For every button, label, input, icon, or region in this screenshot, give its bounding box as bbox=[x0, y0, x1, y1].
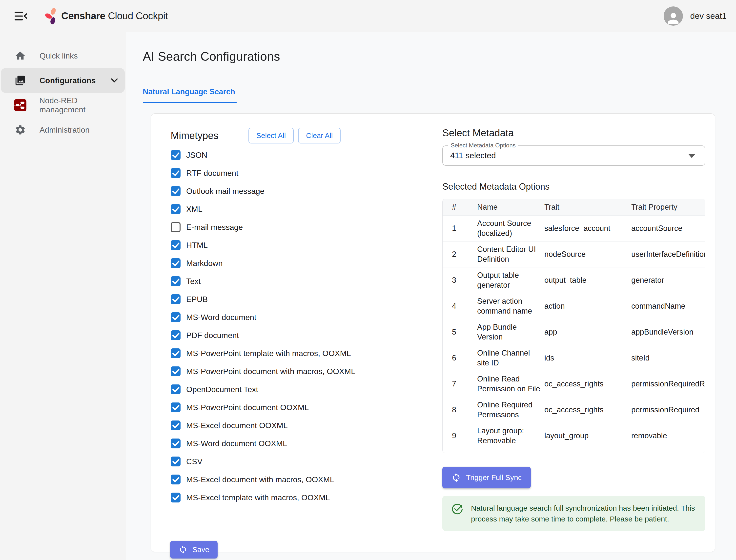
mimetype-row: HTML bbox=[171, 240, 442, 250]
sidebar-item-node-red-management[interactable]: Node-RED management bbox=[1, 93, 125, 118]
tab-natural-language-search[interactable]: Natural Language Search bbox=[143, 87, 236, 103]
cell-prop: permissionRequired bbox=[631, 397, 705, 423]
checkbox[interactable] bbox=[171, 439, 181, 448]
cell-name: Online Channel site ID bbox=[477, 345, 544, 371]
checkbox[interactable] bbox=[171, 457, 181, 466]
cell-trait: action bbox=[544, 293, 631, 319]
checkbox-label: Outlook mail message bbox=[186, 187, 265, 196]
chevron-down-icon bbox=[111, 78, 118, 83]
trigger-full-sync-button[interactable]: Trigger Full Sync bbox=[442, 467, 531, 488]
censhare-logo-mark bbox=[45, 7, 58, 25]
checkbox-label: MS-PowerPoint template with macros, OOXM… bbox=[186, 349, 351, 358]
metadata-select-value: 411 selected bbox=[450, 151, 496, 160]
cell-name: Online Read Permission on File bbox=[477, 371, 544, 397]
checkbox[interactable] bbox=[171, 258, 181, 268]
cell-trait: oc_access_rights bbox=[544, 397, 631, 423]
checkbox[interactable] bbox=[171, 150, 181, 160]
checkbox[interactable] bbox=[171, 240, 181, 250]
cell-trait: app bbox=[544, 319, 631, 345]
checkbox[interactable] bbox=[171, 493, 181, 502]
app-header: Censhare Cloud Cockpit dev seat1 bbox=[0, 0, 736, 32]
cell-name: Server action command name bbox=[477, 293, 544, 319]
checkbox[interactable] bbox=[171, 384, 181, 394]
metadata-select[interactable]: Select Metadata Options 411 selected bbox=[442, 145, 705, 166]
cell-num: 6 bbox=[443, 345, 477, 371]
checkbox[interactable] bbox=[171, 366, 181, 376]
avatar bbox=[664, 6, 683, 26]
cell-name: Online Required Permissions bbox=[477, 397, 544, 423]
checkbox[interactable] bbox=[171, 168, 181, 178]
home-icon bbox=[13, 50, 27, 61]
table-header-row: # Name Trait Trait Property bbox=[443, 199, 705, 216]
sidebar-item-label: Configurations bbox=[40, 76, 96, 85]
checkbox-label: E-mail message bbox=[186, 223, 243, 232]
metadata-section: Select Metadata Select Metadata Options … bbox=[442, 127, 705, 552]
checkbox[interactable] bbox=[171, 475, 181, 484]
checkbox[interactable] bbox=[171, 312, 181, 322]
checkbox[interactable] bbox=[171, 186, 181, 196]
mimetype-row: MS-Excel template with macros, OOXML bbox=[171, 493, 442, 502]
checkbox-label: PDF document bbox=[186, 331, 239, 340]
checkbox-label: MS-PowerPoint document OOXML bbox=[186, 403, 309, 412]
gear-icon bbox=[13, 124, 27, 136]
mimetype-row: E-mail message bbox=[171, 222, 442, 232]
mimetype-row: OpenDocument Text bbox=[171, 384, 442, 394]
column-header-name: Name bbox=[477, 199, 544, 216]
mimetype-list: JSONRTF documentOutlook mail messageXMLE… bbox=[171, 150, 442, 502]
cell-prop: generator bbox=[631, 267, 705, 293]
column-header-num: # bbox=[443, 199, 477, 216]
checkbox-label: MS-Word document bbox=[186, 313, 256, 322]
cell-name: App Bundle Version bbox=[477, 319, 544, 345]
save-button[interactable]: Save bbox=[170, 541, 218, 559]
mimetype-row: MS-Word document OOXML bbox=[171, 439, 442, 448]
mimetype-row: EPUB bbox=[171, 294, 442, 304]
table-row: 7Online Read Permission on Fileoc_access… bbox=[443, 371, 705, 397]
checkbox[interactable] bbox=[171, 276, 181, 286]
caret-down-icon bbox=[689, 154, 695, 158]
table-row: 8Online Required Permissionsoc_access_ri… bbox=[443, 397, 705, 423]
checkbox[interactable] bbox=[171, 294, 181, 304]
user-name: dev seat1 bbox=[690, 11, 727, 21]
cell-prop: userInterfaceDefinitions bbox=[631, 241, 705, 267]
select-all-button[interactable]: Select All bbox=[248, 128, 294, 143]
sidebar-item-administration[interactable]: Administration bbox=[1, 118, 125, 142]
checkbox[interactable] bbox=[171, 402, 181, 412]
checkbox-label: Markdown bbox=[186, 259, 223, 268]
checkbox[interactable] bbox=[171, 420, 181, 430]
sidebar-item-quick-links[interactable]: Quick links bbox=[1, 43, 125, 68]
table-row: 1Account Source (localized)salesforce_ac… bbox=[443, 216, 705, 241]
mimetypes-heading: Mimetypes bbox=[171, 130, 248, 141]
mimetype-row: XML bbox=[171, 204, 442, 214]
mimetype-row: Markdown bbox=[171, 258, 442, 268]
cell-name: Content Editor UI Definition bbox=[477, 241, 544, 267]
cell-trait: ids bbox=[544, 345, 631, 371]
save-button-label: Save bbox=[192, 545, 209, 554]
cell-name: Output table generator bbox=[477, 267, 544, 293]
mimetype-row: JSON bbox=[171, 150, 442, 160]
menu-open-icon bbox=[14, 11, 27, 21]
checkbox[interactable] bbox=[171, 330, 181, 340]
column-header-trait-property: Trait Property bbox=[631, 199, 705, 216]
clear-all-button[interactable]: Clear All bbox=[298, 128, 341, 143]
menu-open-button[interactable] bbox=[13, 8, 29, 24]
checkbox[interactable] bbox=[171, 348, 181, 358]
cell-prop: siteId bbox=[631, 345, 705, 371]
column-header-trait: Trait bbox=[544, 199, 631, 216]
sidebar-item-configurations[interactable]: Configurations bbox=[1, 68, 125, 93]
mimetype-row: Text bbox=[171, 276, 442, 286]
checkbox-label: MS-Excel template with macros, OOXML bbox=[186, 493, 330, 502]
mimetype-row: MS-PowerPoint document with macros, OOXM… bbox=[171, 366, 442, 376]
table-row: 9Layout group: Removablelayout_groupremo… bbox=[443, 423, 705, 449]
mimetype-row: PDF document bbox=[171, 330, 442, 340]
mimetype-row: MS-Word document bbox=[171, 312, 442, 322]
checkbox-label: MS-PowerPoint document with macros, OOXM… bbox=[186, 367, 355, 376]
checkbox[interactable] bbox=[171, 222, 181, 232]
node-red-icon bbox=[13, 99, 27, 111]
user-menu[interactable]: dev seat1 bbox=[664, 6, 729, 26]
checkbox[interactable] bbox=[171, 204, 181, 214]
brand-text: Censhare Cloud Cockpit bbox=[61, 10, 168, 21]
cell-num: 5 bbox=[443, 319, 477, 345]
metadata-select-label: Select Metadata Options bbox=[448, 142, 518, 149]
checkbox-label: OpenDocument Text bbox=[186, 385, 258, 394]
configuration-card: Mimetypes Select All Clear All JSONRTF d… bbox=[151, 113, 715, 552]
